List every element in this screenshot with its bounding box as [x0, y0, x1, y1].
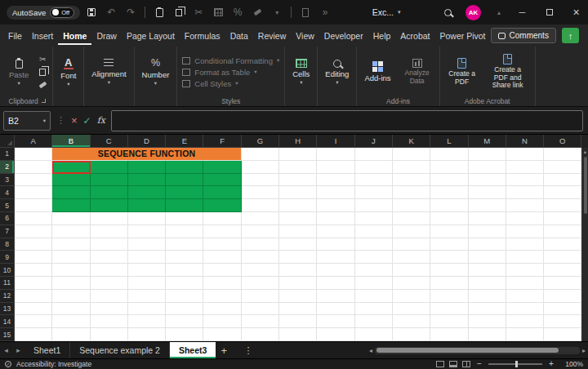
cell-L9[interactable]: [430, 251, 468, 264]
cell-N5[interactable]: [506, 199, 544, 212]
formula-bar-handle[interactable]: ⋮: [56, 115, 65, 126]
cell-K7[interactable]: [393, 225, 430, 238]
cell-O14[interactable]: [544, 315, 581, 328]
format-painter-icon[interactable]: [36, 80, 49, 90]
cell-B9[interactable]: [52, 251, 90, 264]
cell-A1[interactable]: [15, 148, 52, 161]
cell-L5[interactable]: [430, 199, 468, 212]
row-header-5[interactable]: 5: [0, 199, 15, 212]
cell-E15[interactable]: [166, 328, 203, 341]
cell-A12[interactable]: [15, 290, 52, 303]
column-header-N[interactable]: N: [506, 135, 544, 148]
cell-D13[interactable]: [128, 303, 166, 316]
cell-M7[interactable]: [469, 225, 506, 238]
cell-N6[interactable]: [506, 212, 544, 225]
addins-button[interactable]: Add-ins: [360, 48, 394, 96]
cell-N10[interactable]: [506, 264, 544, 277]
cell-A14[interactable]: [15, 315, 52, 328]
sheet-tab-sheet1[interactable]: Sheet1: [24, 342, 70, 358]
column-header-E[interactable]: E: [166, 135, 203, 148]
column-header-L[interactable]: L: [430, 135, 468, 148]
cell-E6[interactable]: [166, 212, 203, 225]
cell-I3[interactable]: [317, 174, 354, 187]
cell-D6[interactable]: [128, 212, 166, 225]
cell-O15[interactable]: [544, 328, 581, 341]
cell-F9[interactable]: [203, 251, 241, 264]
cell-F2[interactable]: [203, 161, 241, 174]
cell-K15[interactable]: [393, 328, 430, 341]
cell-N1[interactable]: [506, 148, 544, 161]
analyze-data-button[interactable]: Analyze Data: [399, 48, 436, 96]
row-header-3[interactable]: 3: [0, 174, 15, 187]
tab-formulas[interactable]: Formulas: [180, 26, 225, 45]
dialog-launcher-icon[interactable]: [42, 99, 46, 103]
zoom-in-button[interactable]: +: [547, 360, 555, 368]
cell-N11[interactable]: [506, 277, 544, 290]
cell-A15[interactable]: [15, 328, 52, 341]
cell-M9[interactable]: [469, 251, 506, 264]
cell-H4[interactable]: [279, 186, 317, 199]
cell-I12[interactable]: [317, 290, 354, 303]
row-header-10[interactable]: 10: [0, 264, 15, 277]
sheet-nav-prev-icon[interactable]: ◂: [0, 342, 12, 358]
cell-D12[interactable]: [128, 290, 166, 303]
cell-A7[interactable]: [15, 225, 52, 238]
cell-N8[interactable]: [506, 238, 544, 251]
column-header-G[interactable]: G: [242, 135, 279, 148]
cell-A5[interactable]: [15, 199, 52, 212]
row-header-7[interactable]: 7: [0, 225, 15, 238]
tab-developer[interactable]: Developer: [319, 26, 368, 45]
cell-B12[interactable]: [52, 290, 90, 303]
cell-L2[interactable]: [430, 161, 468, 174]
cell-G15[interactable]: [242, 328, 279, 341]
cell-L3[interactable]: [430, 174, 468, 187]
cell-C12[interactable]: [91, 290, 128, 303]
tab-data[interactable]: Data: [225, 26, 253, 45]
add-sheet-button[interactable]: +: [216, 342, 232, 358]
share-button[interactable]: ↑: [562, 28, 579, 43]
paste-button[interactable]: Paste ▾: [5, 48, 33, 96]
cell-N3[interactable]: [506, 174, 544, 187]
cell-F14[interactable]: [203, 315, 241, 328]
row-header-1[interactable]: 1: [0, 148, 15, 161]
cell-M4[interactable]: [469, 186, 506, 199]
cell-G4[interactable]: [242, 186, 279, 199]
tab-options-icon[interactable]: ⋮: [243, 342, 252, 358]
column-header-F[interactable]: F: [203, 135, 241, 148]
cell-M6[interactable]: [469, 212, 506, 225]
cell-L4[interactable]: [430, 186, 468, 199]
cell-I14[interactable]: [317, 315, 354, 328]
cell-E10[interactable]: [166, 264, 203, 277]
cell-A10[interactable]: [15, 264, 52, 277]
tab-file[interactable]: File: [3, 26, 27, 45]
cell-G13[interactable]: [242, 303, 279, 316]
row-header-4[interactable]: 4: [0, 186, 15, 199]
cell-K4[interactable]: [393, 186, 430, 199]
cell-A2[interactable]: [15, 161, 52, 174]
cell-M1[interactable]: [469, 148, 506, 161]
cell-A4[interactable]: [15, 186, 52, 199]
cell-H8[interactable]: [279, 238, 317, 251]
cell-E8[interactable]: [166, 238, 203, 251]
cell-H14[interactable]: [279, 315, 317, 328]
cell-K5[interactable]: [393, 199, 430, 212]
cell-G1[interactable]: [242, 148, 279, 161]
row-header-2[interactable]: 2: [0, 161, 15, 174]
cell-H11[interactable]: [279, 277, 317, 290]
scroll-right-icon[interactable]: ▸: [582, 347, 586, 354]
cell-H3[interactable]: [279, 174, 317, 187]
cell-O2[interactable]: [544, 161, 581, 174]
row-header-6[interactable]: 6: [0, 212, 15, 225]
cell-D9[interactable]: [128, 251, 166, 264]
tab-help[interactable]: Help: [368, 26, 396, 45]
cell-H6[interactable]: [279, 212, 317, 225]
cell-C6[interactable]: [91, 212, 128, 225]
tab-power-pivot[interactable]: Power Pivot: [435, 26, 491, 45]
cell-A9[interactable]: [15, 251, 52, 264]
cell-C11[interactable]: [91, 277, 128, 290]
cell-J1[interactable]: [355, 148, 393, 161]
vertical-scrollbar[interactable]: ▴: [581, 148, 588, 341]
cell-K11[interactable]: [393, 277, 430, 290]
cell-C15[interactable]: [91, 328, 128, 341]
cell-J3[interactable]: [355, 174, 393, 187]
